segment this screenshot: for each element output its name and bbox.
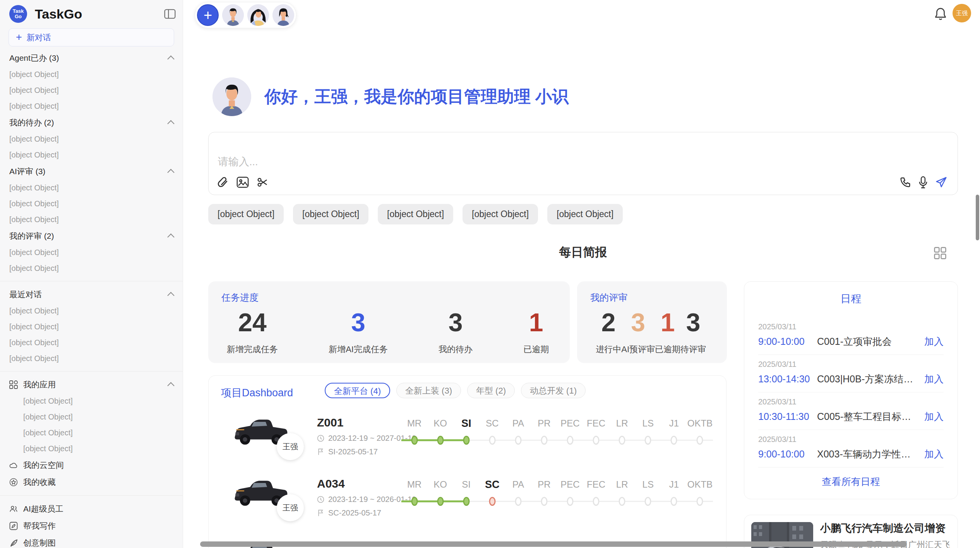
sidebar-item-help-write[interactable]: 帮我写作 bbox=[0, 517, 183, 534]
join-button[interactable]: 加入 bbox=[924, 373, 944, 385]
milestone-node bbox=[567, 497, 574, 506]
dashboard-tab[interactable]: 全新平台 (4) bbox=[325, 383, 390, 398]
session-avatar[interactable] bbox=[247, 4, 269, 26]
layout-grid-icon[interactable] bbox=[934, 247, 947, 260]
sidebar-group-title: Agent已办 (3) bbox=[9, 53, 59, 63]
suggestion-chip[interactable]: [object Object] bbox=[378, 204, 453, 224]
app-item[interactable]: [object Object] bbox=[0, 409, 183, 425]
milestone-label: PR bbox=[531, 415, 557, 432]
suggestion-chip[interactable]: [object Object] bbox=[208, 204, 284, 224]
milestone-label: J1 bbox=[661, 476, 687, 493]
dashboard-tab[interactable]: 年型 (2) bbox=[467, 383, 515, 398]
horizontal-scrollbar[interactable] bbox=[200, 541, 907, 547]
sidebar-task-item[interactable]: [object Object] bbox=[0, 67, 183, 82]
sidebar-group-header[interactable]: Agent已办 (3) bbox=[0, 50, 183, 67]
app-item[interactable]: [object Object] bbox=[0, 425, 183, 441]
topbar-session-pill: + bbox=[195, 2, 296, 28]
suggestion-chip[interactable]: [object Object] bbox=[293, 204, 368, 224]
milestone-node bbox=[671, 497, 677, 506]
collapse-sidebar-icon[interactable] bbox=[164, 9, 176, 19]
cloud-icon bbox=[9, 461, 18, 469]
chevron-up-icon bbox=[167, 233, 174, 240]
sidebar-item-creative-drawing[interactable]: 创意制图 bbox=[0, 534, 183, 548]
people-icon bbox=[9, 505, 18, 513]
milestone-label: SI bbox=[453, 476, 479, 493]
my-apps-header[interactable]: 我的应用 bbox=[0, 376, 183, 393]
milestone: SI bbox=[453, 415, 479, 452]
sidebar-task-item[interactable]: [object Object] bbox=[0, 131, 183, 147]
new-chat-button[interactable]: + 新对话 bbox=[9, 28, 174, 46]
sidebar-group-header[interactable]: AI评审 (3) bbox=[0, 163, 183, 180]
scissors-icon[interactable] bbox=[257, 176, 268, 188]
phone-icon[interactable] bbox=[899, 176, 911, 188]
view-all-schedule-link[interactable]: 查看所有日程 bbox=[758, 475, 944, 488]
milestone-label: SC bbox=[479, 415, 505, 432]
sidebar-task-item[interactable]: [object Object] bbox=[0, 180, 183, 196]
milestone-node bbox=[437, 436, 444, 445]
sidebar-group-header[interactable]: 我的待办 (2) bbox=[0, 114, 183, 131]
join-button[interactable]: 加入 bbox=[924, 448, 944, 461]
notification-bell-icon[interactable] bbox=[934, 7, 947, 21]
sidebar-task-item[interactable]: [object Object] bbox=[0, 98, 183, 114]
recent-chat-item[interactable]: [object Object] bbox=[0, 351, 183, 366]
schedule-event-title: C005-整车工程目标评审 bbox=[817, 410, 920, 423]
milestone-node bbox=[593, 436, 600, 445]
dashboard-tab[interactable]: 动总开发 (1) bbox=[521, 383, 586, 398]
schedule-item: 2025/03/11 9:00-10:00 C001-立项审批会 加入 bbox=[758, 317, 944, 355]
join-button[interactable]: 加入 bbox=[924, 410, 944, 423]
milestone-node bbox=[489, 497, 495, 506]
recent-chat-item[interactable]: [object Object] bbox=[0, 303, 183, 319]
milestone-label: KO bbox=[427, 476, 453, 493]
stat-value: 1 bbox=[655, 309, 680, 336]
sidebar-task-item[interactable]: [object Object] bbox=[0, 147, 183, 163]
project-owner-badge: 王强 bbox=[277, 494, 304, 521]
stat: 3 AI预评审 bbox=[621, 309, 655, 355]
sidebar-task-item[interactable]: [object Object] bbox=[0, 212, 183, 228]
milestone-label: SC bbox=[479, 476, 505, 493]
sidebar-group-header[interactable]: 我的评审 (2) bbox=[0, 228, 183, 245]
app-item[interactable]: [object Object] bbox=[0, 441, 183, 457]
schedule-item: 2025/03/11 9:00-10:00 X003-车辆动力学性能验... 加… bbox=[758, 430, 944, 468]
sidebar-task-item[interactable]: [object Object] bbox=[0, 260, 183, 276]
sidebar-item-cloud-space[interactable]: 我的云空间 bbox=[0, 457, 183, 474]
suggestion-chip[interactable]: [object Object] bbox=[547, 204, 623, 224]
milestone: PA bbox=[505, 415, 531, 452]
project-row[interactable]: 王强 Z001 2023-12-19 ~ 2027-01-19 SI-2025-… bbox=[209, 411, 726, 473]
schedule-date: 2025/03/11 bbox=[758, 360, 944, 369]
recent-chat-item[interactable]: [object Object] bbox=[0, 335, 183, 351]
schedule-date: 2025/03/11 bbox=[758, 397, 944, 406]
recent-chats-header[interactable]: 最近对话 bbox=[0, 286, 183, 303]
sidebar-task-item[interactable]: [object Object] bbox=[0, 82, 183, 98]
sidebar-task-item[interactable]: [object Object] bbox=[0, 196, 183, 212]
sidebar-item-favorites[interactable]: 我的收藏 bbox=[0, 474, 183, 491]
mic-icon[interactable] bbox=[918, 176, 928, 188]
image-icon[interactable] bbox=[236, 176, 249, 188]
add-session-button[interactable]: + bbox=[197, 4, 219, 26]
dashboard-tab[interactable]: 全新上装 (3) bbox=[396, 383, 461, 398]
vertical-scrollbar[interactable] bbox=[976, 195, 979, 240]
session-avatar[interactable] bbox=[222, 4, 244, 26]
suggestion-chip[interactable]: [object Object] bbox=[463, 204, 538, 224]
project-row[interactable]: 王强 A034 2023-12-19 ~ 2026-01-19 SC-2025-… bbox=[209, 473, 726, 534]
feather-icon bbox=[9, 539, 18, 547]
stat: 2 进行中 bbox=[596, 309, 621, 355]
join-button[interactable]: 加入 bbox=[924, 335, 944, 348]
user-avatar[interactable]: 王强 bbox=[953, 4, 971, 22]
divider bbox=[0, 371, 183, 372]
app-item[interactable]: [object Object] bbox=[0, 393, 183, 409]
milestone-label: MR bbox=[401, 476, 427, 493]
sidebar-item-ai-employee[interactable]: AI超级员工 bbox=[0, 500, 183, 517]
send-icon[interactable] bbox=[935, 176, 947, 188]
schedule-time: 9:00-10:00 bbox=[758, 449, 812, 460]
milestone: KO bbox=[427, 476, 453, 513]
recent-chat-item[interactable]: [object Object] bbox=[0, 319, 183, 335]
chat-input[interactable]: 请输入... bbox=[208, 132, 958, 195]
briefing-title: 每日简报 bbox=[208, 244, 958, 260]
milestone-node bbox=[645, 436, 651, 445]
milestone: SI bbox=[453, 476, 479, 513]
sidebar-group-title: 我的待办 (2) bbox=[9, 117, 54, 128]
sidebar-task-item[interactable]: [object Object] bbox=[0, 245, 183, 260]
session-avatar[interactable] bbox=[272, 4, 294, 26]
clock-icon bbox=[317, 435, 324, 442]
paperclip-icon[interactable] bbox=[217, 176, 229, 188]
